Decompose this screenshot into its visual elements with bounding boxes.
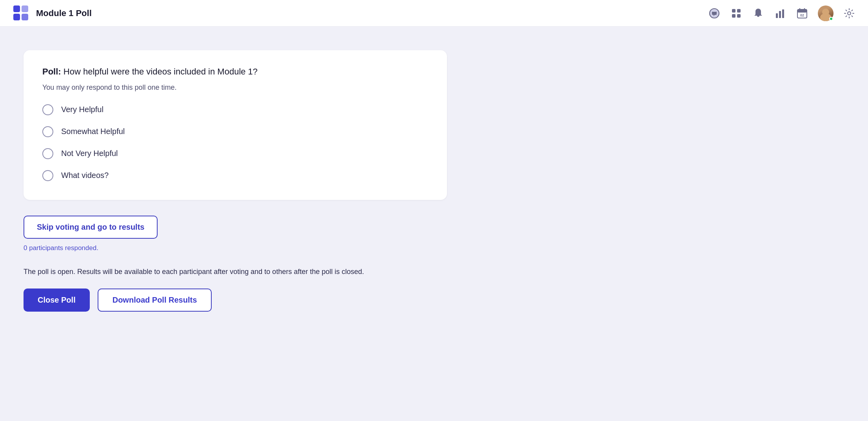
grid-icon[interactable] bbox=[730, 7, 743, 20]
svg-rect-5 bbox=[732, 9, 735, 13]
poll-option-label-not-very-helpful: Not Very Helpful bbox=[61, 149, 118, 158]
user-avatar[interactable] bbox=[818, 5, 833, 21]
poll-options: Very Helpful Somewhat Helpful Not Very H… bbox=[42, 104, 428, 181]
svg-rect-8 bbox=[737, 14, 741, 18]
svg-rect-2 bbox=[22, 5, 28, 12]
chart-icon[interactable] bbox=[774, 7, 786, 20]
svg-text:02: 02 bbox=[800, 13, 804, 17]
svg-point-17 bbox=[848, 12, 851, 15]
main-content: Poll: How helpful were the videos includ… bbox=[0, 27, 470, 327]
svg-rect-11 bbox=[782, 9, 784, 18]
radio-somewhat-helpful[interactable] bbox=[42, 126, 53, 137]
poll-card: Poll: How helpful were the videos includ… bbox=[24, 50, 447, 200]
svg-rect-10 bbox=[779, 11, 781, 18]
svg-rect-7 bbox=[732, 14, 735, 18]
app-title: Module 1 Poll bbox=[36, 8, 92, 18]
poll-option-label-somewhat-helpful: Somewhat Helpful bbox=[61, 127, 125, 136]
poll-option-label-very-helpful: Very Helpful bbox=[61, 105, 104, 114]
svg-rect-1 bbox=[13, 14, 20, 20]
poll-option-what-videos[interactable]: What videos? bbox=[42, 170, 428, 181]
close-poll-button[interactable]: Close Poll bbox=[24, 289, 90, 312]
poll-subtitle: You may only respond to this poll one ti… bbox=[42, 83, 428, 92]
svg-rect-3 bbox=[22, 14, 28, 20]
participants-responded-text: 0 participants responded. bbox=[24, 244, 447, 252]
svg-rect-0 bbox=[13, 5, 20, 12]
navbar-right: 02 bbox=[708, 5, 855, 21]
skip-voting-button[interactable]: Skip voting and go to results bbox=[24, 216, 158, 239]
poll-question-text: How helpful were the videos included in … bbox=[61, 67, 258, 76]
poll-question: Poll: How helpful were the videos includ… bbox=[42, 66, 428, 78]
chat-icon[interactable] bbox=[708, 7, 721, 20]
radio-not-very-helpful[interactable] bbox=[42, 148, 53, 159]
poll-option-label-what-videos: What videos? bbox=[61, 171, 109, 180]
radio-what-videos[interactable] bbox=[42, 170, 53, 181]
navbar-left: Module 1 Poll bbox=[13, 5, 92, 22]
app-logo[interactable] bbox=[13, 5, 30, 22]
poll-option-not-very-helpful[interactable]: Not Very Helpful bbox=[42, 148, 428, 159]
navbar: Module 1 Poll bbox=[0, 0, 868, 27]
svg-rect-13 bbox=[797, 9, 807, 13]
download-poll-results-button[interactable]: Download Poll Results bbox=[98, 289, 212, 312]
svg-rect-6 bbox=[737, 9, 741, 13]
poll-question-prefix: Poll: bbox=[42, 67, 61, 76]
poll-option-somewhat-helpful[interactable]: Somewhat Helpful bbox=[42, 126, 428, 137]
poll-info-text: The poll is open. Results will be availa… bbox=[24, 266, 447, 278]
settings-icon[interactable] bbox=[843, 7, 855, 20]
bell-icon[interactable] bbox=[752, 7, 764, 20]
calendar-icon[interactable]: 02 bbox=[796, 7, 808, 20]
radio-very-helpful[interactable] bbox=[42, 104, 53, 115]
svg-rect-9 bbox=[776, 13, 778, 18]
action-buttons: Close Poll Download Poll Results bbox=[24, 289, 447, 312]
online-indicator bbox=[829, 17, 833, 21]
poll-option-very-helpful[interactable]: Very Helpful bbox=[42, 104, 428, 115]
